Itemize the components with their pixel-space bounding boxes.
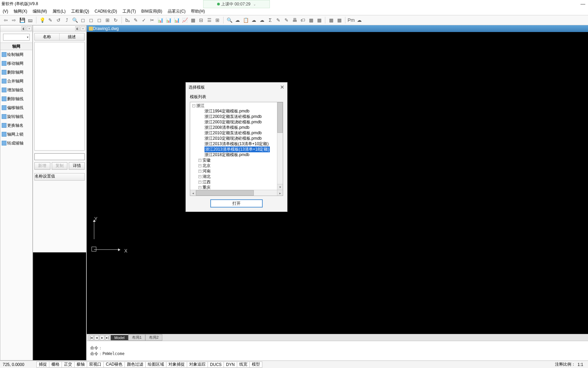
axis-tool[interactable]: 删除轴网 (0, 68, 32, 77)
tree-node[interactable]: 浙江2008清单模板.pmdb (192, 125, 276, 130)
tree-node[interactable]: 浙江2003定额泵送砼模板.pmdb (192, 114, 276, 119)
menu-item[interactable]: 编辑(M) (30, 7, 50, 15)
status-mode[interactable]: 捕捉 (36, 362, 49, 368)
axis-list[interactable] (34, 42, 85, 151)
status-mode[interactable]: CAD褪色 (103, 362, 125, 368)
tab-next-icon[interactable]: ▸ (100, 335, 104, 340)
tree-node[interactable]: 浙江2010定额泵送砼模板.pmdb (192, 130, 276, 136)
tab-model[interactable]: Model (111, 335, 128, 340)
toolbar-button[interactable]: ▦ (315, 16, 323, 24)
toolbar-button[interactable]: 📊 (157, 16, 164, 24)
axis-tool[interactable]: 轴网上锁 (0, 130, 32, 139)
toolbar-button[interactable]: Pm (347, 16, 355, 24)
toolbar-button[interactable]: 📋 (242, 16, 249, 24)
col-value[interactable]: 设置值 (43, 173, 55, 180)
toolbar-button[interactable]: ⊞ (214, 16, 221, 24)
toolbar-button[interactable]: ☁ (258, 16, 266, 24)
toolbar-button[interactable]: Σ (266, 16, 274, 24)
toolbar-button[interactable]: ☁ (250, 16, 258, 24)
status-mode[interactable]: 对象捕捉 (166, 362, 187, 368)
status-mode[interactable]: 正交 (62, 362, 75, 368)
axis-tool[interactable]: 偏移轴线 (0, 103, 32, 112)
status-mode[interactable]: DUCS (208, 362, 224, 368)
axis-tool[interactable]: 增加轴线 (0, 86, 32, 94)
open-button[interactable]: 打开 (210, 199, 263, 208)
toolbar-button[interactable]: ▦ (307, 16, 315, 24)
tree-node[interactable]: −浙江 (192, 103, 276, 108)
tree-expander-icon[interactable]: + (198, 186, 201, 189)
tree-node[interactable]: +湖北 (192, 174, 276, 179)
toolbar-button[interactable]: ⇦ (2, 16, 10, 24)
toolbar-button[interactable]: ◻ (79, 16, 87, 24)
axis-tool[interactable]: 绘制轴网 (0, 50, 32, 59)
tree-node[interactable]: +安徽 (192, 157, 276, 163)
status-mode[interactable]: 线宽 (237, 362, 250, 368)
tree-node[interactable]: +北京 (192, 163, 276, 168)
menu-item[interactable]: BIM应用(B) (138, 7, 165, 15)
axis-name-input[interactable] (34, 153, 85, 160)
menu-item[interactable]: CAD转化(D) (92, 7, 120, 15)
minimize-button[interactable]: — (581, 1, 585, 6)
scroll-thumb[interactable] (277, 102, 283, 133)
toolbar-button[interactable]: 🖴 (27, 16, 34, 24)
status-mode[interactable]: 栅格 (49, 362, 62, 368)
col-name[interactable]: 名称 (35, 33, 60, 40)
tree-expander-icon[interactable]: − (192, 104, 195, 107)
panel-pin-icon[interactable]: ◧ (21, 26, 26, 31)
scroll-down-icon[interactable]: ▾ (277, 184, 283, 190)
tree-expander-icon[interactable]: + (198, 175, 201, 178)
toolbar-button[interactable]: ✎ (283, 16, 290, 24)
status-mode[interactable]: 颜色过滤 (125, 362, 146, 368)
tree-node[interactable]: +重庆 (192, 185, 276, 190)
status-mode[interactable]: 双视口 (87, 362, 104, 368)
horizontal-scrollbar[interactable]: ◂ ▸ (190, 190, 283, 196)
toolbar-button[interactable]: 🔍 (71, 16, 79, 24)
tree-expander-icon[interactable]: + (198, 159, 201, 162)
axis-tool[interactable]: 旋转轴线 (0, 112, 32, 121)
scroll-left-icon[interactable]: ◂ (190, 190, 196, 196)
toolbar-button[interactable]: ✓ (140, 16, 148, 24)
tree-node[interactable]: +河南 (192, 168, 276, 174)
tab-first-icon[interactable]: |◂ (89, 335, 94, 340)
panel-close-icon[interactable]: × (27, 26, 32, 31)
anno-scale[interactable]: 1:1 (575, 362, 585, 367)
menu-item[interactable]: 轴网(X) (11, 7, 30, 15)
tree-node[interactable]: 浙江1994定额模板.pmdb (192, 108, 276, 114)
tree-expander-icon[interactable]: + (198, 181, 201, 184)
menu-item[interactable]: (V) (0, 7, 11, 15)
toolbar-button[interactable]: ☁ (356, 16, 363, 24)
toolbar-button[interactable]: 🔍 (226, 16, 233, 24)
toolbar-button[interactable]: ◻ (87, 16, 95, 24)
menu-item[interactable]: 工程量(Q) (68, 7, 92, 15)
status-mode[interactable]: DYN (224, 362, 237, 368)
toolbar-button[interactable]: 📈 (181, 16, 189, 24)
vertical-scrollbar[interactable]: ▾ (277, 102, 283, 190)
tree-node[interactable]: 浙江2010定额现浇砼模板.pmdb (192, 136, 276, 141)
axis-tool[interactable]: 删除轴线 (0, 94, 32, 103)
scroll-thumb[interactable] (196, 190, 254, 196)
toolbar-button[interactable]: ✂ (148, 16, 156, 24)
tree-expander-icon[interactable]: + (198, 170, 201, 173)
toolbar-button[interactable]: 📊 (165, 16, 172, 24)
toolbar-button[interactable]: bₐ (124, 16, 131, 24)
status-mode[interactable]: 绘图区域 (145, 362, 166, 368)
scroll-right-icon[interactable]: ▸ (277, 190, 283, 196)
new-button[interactable]: 新增 (34, 162, 50, 170)
close-icon[interactable]: ✕ (280, 84, 284, 90)
toolbar-button[interactable]: ☰ (206, 16, 213, 24)
menu-item[interactable]: 工具(T) (120, 7, 138, 15)
toolbar-button[interactable]: 🏷 (299, 16, 307, 24)
menu-item[interactable]: 品茗云(C) (165, 7, 189, 15)
toolbar-button[interactable]: 📊 (173, 16, 180, 24)
toolbar-button[interactable]: ⊞ (104, 16, 111, 24)
detail-button[interactable]: 详情 (69, 162, 85, 170)
toolbar-button[interactable]: ⤴ (63, 16, 70, 24)
toolbar-button[interactable]: ▦ (189, 16, 197, 24)
tab-prev-icon[interactable]: ◂ (94, 335, 99, 340)
menu-item[interactable]: 帮助(H) (188, 7, 208, 15)
status-mode[interactable]: 模型 (249, 362, 262, 368)
tree-node[interactable]: 浙江2013清单模板(13清单+10定额) (192, 141, 276, 147)
toolbar-button[interactable]: 💾 (18, 16, 26, 24)
col-desc[interactable]: 描述 (60, 33, 84, 40)
panel-pin-icon[interactable]: ◧ (75, 26, 80, 31)
